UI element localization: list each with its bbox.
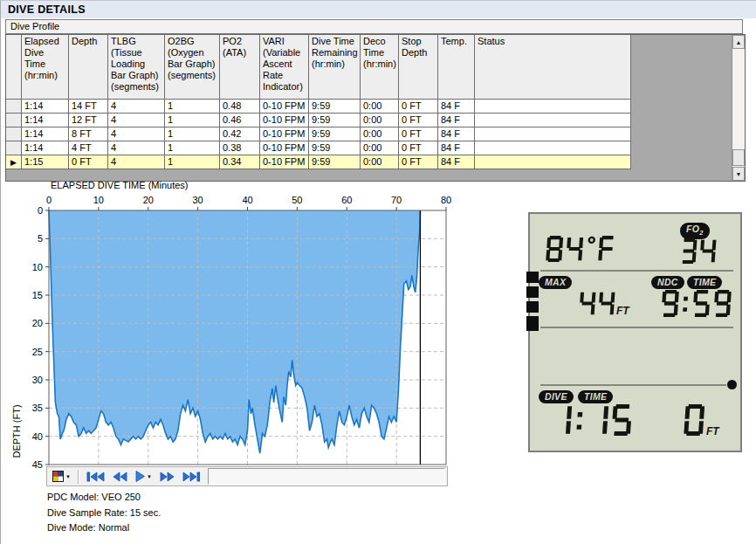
- row-selector[interactable]: [6, 114, 22, 127]
- dive-profile-group-header: Dive Profile: [5, 19, 743, 34]
- skip-to-end-icon: [182, 472, 200, 482]
- tlbg-segment-3: [526, 301, 539, 313]
- table-header-row: Elapsed Dive Time (hr:min)DepthTLBG (Tis…: [6, 35, 631, 100]
- fast-forward-button[interactable]: [155, 470, 178, 484]
- cell: 12 FT: [69, 114, 108, 127]
- column-header-11[interactable]: Status: [475, 35, 631, 100]
- svg-text:50: 50: [292, 195, 302, 205]
- cell: 1:15: [22, 155, 69, 169]
- play-button[interactable]: ▼: [131, 469, 155, 484]
- column-header-3[interactable]: TLBG (Tissue Loading Bar Graph) (segment…: [108, 35, 165, 100]
- cell: 4: [108, 100, 165, 114]
- svg-text:15: 15: [32, 290, 43, 300]
- max-badge: MAX: [539, 276, 572, 289]
- column-header-9[interactable]: Stop Depth: [399, 35, 438, 100]
- scrollbar-thumb[interactable]: [732, 149, 745, 166]
- table-row[interactable]: ▶1:150 FT410.340-10 FPM9:590:000 FT84 F: [6, 155, 631, 169]
- table-row[interactable]: 1:1414 FT410.480-10 FPM9:590:000 FT84 F: [6, 100, 631, 114]
- toolbar-status-strip: [208, 468, 445, 485]
- dive-badge: DIVE: [539, 390, 574, 403]
- lcd-max-depth-unit: FT: [616, 305, 629, 317]
- table-row[interactable]: 1:1412 FT410.460-10 FPM9:590:000 FT84 F: [6, 114, 631, 127]
- cell: 0:00: [361, 100, 399, 114]
- skip-to-start-icon: [86, 472, 105, 482]
- svg-text:40: 40: [242, 195, 252, 205]
- svg-text:10: 10: [93, 195, 104, 205]
- cell: [475, 141, 631, 155]
- dive-computer-display: FO2 MAX NDC TIME FT DIVE TIME FT: [528, 212, 742, 452]
- column-header-4[interactable]: O2BG (Oxygen Bar Graph) (segments): [165, 35, 220, 100]
- tlbg-segment-1: [526, 272, 539, 283]
- cell: [475, 100, 631, 114]
- cell: 8 FT: [69, 127, 108, 141]
- table-row[interactable]: 1:148 FT410.420-10 FPM9:590:000 FT84 F: [6, 127, 631, 141]
- dive-time-badge: TIME: [578, 390, 613, 403]
- cell: 1: [165, 141, 220, 155]
- cell: 0-10 FPM: [260, 114, 309, 127]
- vertical-scrollbar[interactable]: ▲ ▼: [732, 35, 745, 181]
- row-selector[interactable]: [6, 141, 22, 155]
- svg-text:10: 10: [32, 262, 43, 272]
- svg-text:35: 35: [32, 403, 43, 413]
- lcd-dive-time-value: [551, 404, 635, 436]
- tlbg-segment-2: [526, 286, 539, 298]
- ndc-time-badge: TIME: [687, 276, 722, 289]
- cell: 9:59: [309, 127, 361, 141]
- column-header-10[interactable]: Temp.: [438, 35, 475, 100]
- lcd-max-depth-value: [579, 291, 617, 316]
- cell: 4: [108, 141, 165, 155]
- column-header-7[interactable]: Dive Time Remaining (hr:min): [309, 35, 361, 100]
- svg-text:25: 25: [32, 347, 43, 357]
- cell: 0.46: [220, 114, 260, 127]
- column-header-1[interactable]: Elapsed Dive Time (hr:min): [22, 35, 69, 100]
- cell: 1: [165, 155, 220, 169]
- group-label: Dive Profile: [10, 21, 59, 31]
- selector-column-header: [6, 35, 22, 100]
- cell: 1:14: [22, 100, 69, 114]
- cell: 14 FT: [69, 100, 108, 114]
- cell: 84 F: [438, 127, 475, 141]
- playback-toolbar: ▼ ▼: [46, 466, 448, 486]
- lcd-divider-1: [540, 270, 733, 272]
- skip-to-start-button[interactable]: [83, 470, 108, 484]
- dive-info: PDC Model: VEO 250 Dive Sample Rate: 15 …: [47, 490, 161, 536]
- toolbar-separator: [78, 470, 79, 484]
- cell: 0 FT: [399, 127, 438, 141]
- cell: 1:14: [22, 141, 69, 155]
- lcd-divider-3: [540, 384, 726, 386]
- skip-to-end-button[interactable]: [178, 470, 203, 484]
- cell: 0 FT: [69, 155, 108, 169]
- cell: 0.38: [220, 141, 260, 155]
- column-header-5[interactable]: PO2 (ATA): [220, 35, 260, 100]
- lcd-indicator-dot: [727, 380, 737, 389]
- cell: 4 FT: [69, 141, 108, 155]
- scroll-up-button[interactable]: ▲: [732, 35, 745, 49]
- row-selector[interactable]: ▶: [6, 155, 22, 169]
- cell: 0.48: [220, 100, 260, 114]
- cell: 0-10 FPM: [260, 127, 309, 141]
- svg-text:0: 0: [46, 195, 52, 205]
- scroll-down-button[interactable]: ▼: [732, 167, 745, 181]
- column-header-6[interactable]: VARI (Variable Ascent Rate Indicator): [260, 35, 309, 100]
- lcd-current-depth-unit: FT: [706, 425, 719, 437]
- column-header-8[interactable]: Deco Time (hr:min): [361, 35, 399, 100]
- column-header-2[interactable]: Depth: [69, 35, 108, 100]
- lcd-fo2-value: [680, 238, 718, 264]
- play-icon: [134, 471, 145, 482]
- cell: 1:14: [22, 127, 69, 141]
- table-row[interactable]: 1:144 FT410.380-10 FPM9:590:000 FT84 F: [6, 141, 631, 155]
- chart-options-button[interactable]: ▼: [49, 469, 74, 484]
- lcd-temperature-value: [546, 236, 618, 262]
- page-title: DIVE DETAILS: [1, 1, 756, 18]
- cell: 9:59: [309, 141, 361, 155]
- cell: 1: [165, 114, 220, 127]
- play-dropdown-caret-icon: ▼: [147, 474, 152, 479]
- svg-text:30: 30: [32, 375, 43, 385]
- cell: 9:59: [309, 100, 361, 114]
- row-selector[interactable]: [6, 100, 22, 114]
- svg-text:80: 80: [441, 195, 451, 205]
- rewind-button[interactable]: [108, 470, 131, 484]
- svg-text:0: 0: [38, 205, 43, 216]
- row-selector[interactable]: [6, 127, 22, 141]
- cell: 84 F: [438, 155, 475, 169]
